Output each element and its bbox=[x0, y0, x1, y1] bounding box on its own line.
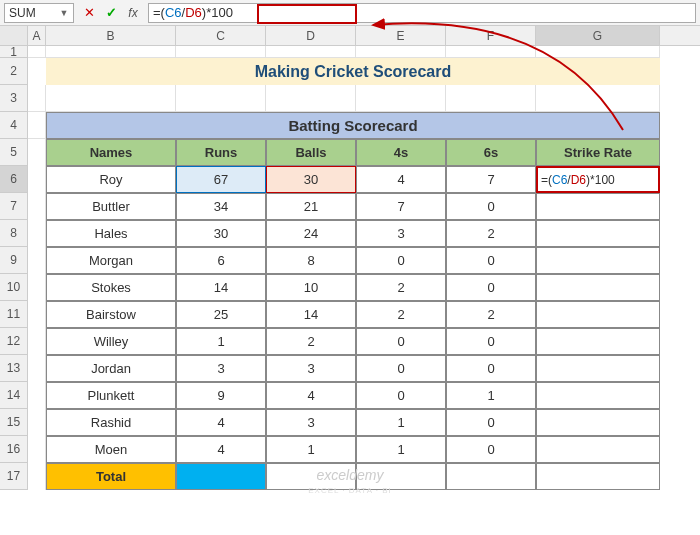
cell[interactable]: 3 bbox=[266, 355, 356, 382]
row-header-14[interactable]: 14 bbox=[0, 382, 28, 409]
cell[interactable]: 1 bbox=[266, 436, 356, 463]
cell[interactable] bbox=[266, 463, 356, 490]
cell[interactable] bbox=[28, 355, 46, 382]
cell[interactable] bbox=[28, 139, 46, 166]
cell[interactable]: Rashid bbox=[46, 409, 176, 436]
cell[interactable]: Jordan bbox=[46, 355, 176, 382]
header-4s[interactable]: 4s bbox=[356, 139, 446, 166]
cell[interactable]: 4 bbox=[356, 166, 446, 193]
cell[interactable] bbox=[446, 463, 536, 490]
total-runs[interactable] bbox=[176, 463, 266, 490]
cell[interactable]: 34 bbox=[176, 193, 266, 220]
row-header-5[interactable]: 5 bbox=[0, 139, 28, 166]
row-header-17[interactable]: 17 bbox=[0, 463, 28, 490]
col-header-d[interactable]: D bbox=[266, 26, 356, 45]
cell[interactable]: 0 bbox=[446, 328, 536, 355]
cell[interactable]: 2 bbox=[356, 274, 446, 301]
cell[interactable]: 0 bbox=[446, 436, 536, 463]
header-balls[interactable]: Balls bbox=[266, 139, 356, 166]
cell[interactable]: Willey bbox=[46, 328, 176, 355]
cell[interactable]: 7 bbox=[446, 166, 536, 193]
cell[interactable]: 9 bbox=[176, 382, 266, 409]
row-header-1[interactable]: 1 bbox=[0, 46, 28, 58]
page-title[interactable]: Making Cricket Scorecard bbox=[46, 58, 660, 85]
cancel-button[interactable]: ✕ bbox=[78, 3, 100, 23]
confirm-button[interactable]: ✓ bbox=[100, 3, 122, 23]
cell[interactable] bbox=[46, 85, 176, 112]
row-header-6[interactable]: 6 bbox=[0, 166, 28, 193]
cell[interactable]: 24 bbox=[266, 220, 356, 247]
cell[interactable]: 0 bbox=[446, 247, 536, 274]
cell[interactable]: 0 bbox=[446, 409, 536, 436]
cell[interactable]: 1 bbox=[356, 436, 446, 463]
cell[interactable]: 14 bbox=[176, 274, 266, 301]
cell[interactable]: 0 bbox=[356, 382, 446, 409]
cell[interactable] bbox=[356, 85, 446, 112]
cell[interactable]: 0 bbox=[446, 355, 536, 382]
col-header-a[interactable]: A bbox=[28, 26, 46, 45]
select-all-corner[interactable] bbox=[0, 26, 28, 45]
row-header-4[interactable]: 4 bbox=[0, 112, 28, 139]
cell[interactable] bbox=[536, 46, 660, 58]
cell[interactable]: 25 bbox=[176, 301, 266, 328]
cell[interactable] bbox=[46, 46, 176, 58]
cell[interactable]: 0 bbox=[356, 247, 446, 274]
col-header-c[interactable]: C bbox=[176, 26, 266, 45]
cell[interactable] bbox=[28, 436, 46, 463]
cell[interactable] bbox=[536, 220, 660, 247]
cell-d6[interactable]: 30 bbox=[266, 166, 356, 193]
cell[interactable] bbox=[28, 112, 46, 139]
cell[interactable] bbox=[176, 46, 266, 58]
cell[interactable] bbox=[536, 355, 660, 382]
header-runs[interactable]: Runs bbox=[176, 139, 266, 166]
formula-input[interactable]: =(C6/D6)*100 bbox=[148, 3, 696, 23]
row-header-12[interactable]: 12 bbox=[0, 328, 28, 355]
cell[interactable] bbox=[536, 247, 660, 274]
cell[interactable]: 2 bbox=[446, 220, 536, 247]
cell[interactable]: 30 bbox=[176, 220, 266, 247]
cell[interactable]: 1 bbox=[446, 382, 536, 409]
cell[interactable]: Moen bbox=[46, 436, 176, 463]
cell[interactable]: Buttler bbox=[46, 193, 176, 220]
cell[interactable] bbox=[356, 46, 446, 58]
cell[interactable]: 0 bbox=[356, 355, 446, 382]
cell[interactable] bbox=[28, 58, 46, 85]
col-header-e[interactable]: E bbox=[356, 26, 446, 45]
cell[interactable] bbox=[536, 436, 660, 463]
cell[interactable] bbox=[446, 85, 536, 112]
total-label[interactable]: Total bbox=[46, 463, 176, 490]
cell[interactable]: 1 bbox=[176, 328, 266, 355]
header-sr[interactable]: Strike Rate bbox=[536, 139, 660, 166]
cell[interactable] bbox=[536, 301, 660, 328]
cell[interactable] bbox=[266, 85, 356, 112]
cell[interactable] bbox=[28, 85, 46, 112]
cell[interactable]: Hales bbox=[46, 220, 176, 247]
cell[interactable]: 4 bbox=[176, 409, 266, 436]
cell[interactable] bbox=[446, 46, 536, 58]
cell[interactable] bbox=[28, 463, 46, 490]
row-header-9[interactable]: 9 bbox=[0, 247, 28, 274]
cell[interactable] bbox=[28, 193, 46, 220]
cell[interactable]: 21 bbox=[266, 193, 356, 220]
cell[interactable] bbox=[536, 328, 660, 355]
cell[interactable]: 1 bbox=[356, 409, 446, 436]
cell[interactable] bbox=[28, 46, 46, 58]
cell[interactable] bbox=[28, 166, 46, 193]
cell[interactable] bbox=[536, 193, 660, 220]
name-box[interactable]: SUM ▼ bbox=[4, 3, 74, 23]
cell[interactable] bbox=[536, 409, 660, 436]
fx-button[interactable]: fx bbox=[122, 3, 144, 23]
cell[interactable]: 4 bbox=[266, 382, 356, 409]
cell[interactable] bbox=[536, 85, 660, 112]
cell[interactable]: 14 bbox=[266, 301, 356, 328]
row-header-2[interactable]: 2 bbox=[0, 58, 28, 85]
cell[interactable]: 3 bbox=[266, 409, 356, 436]
name-box-dropdown-icon[interactable]: ▼ bbox=[59, 8, 69, 18]
cell[interactable] bbox=[28, 328, 46, 355]
cell-g6-editing[interactable]: =(C6/D6)*100 bbox=[536, 166, 660, 193]
cell[interactable] bbox=[28, 220, 46, 247]
cell[interactable] bbox=[28, 274, 46, 301]
row-header-16[interactable]: 16 bbox=[0, 436, 28, 463]
row-header-7[interactable]: 7 bbox=[0, 193, 28, 220]
cell[interactable] bbox=[176, 85, 266, 112]
